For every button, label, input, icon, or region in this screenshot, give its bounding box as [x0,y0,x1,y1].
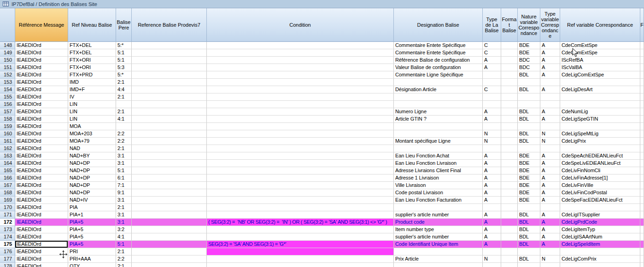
row-header-154[interactable]: 154 [0,86,15,93]
cell-ref_variable_correspondance[interactable]: CdeLivFinAdresse[1] [560,174,640,182]
row-header-171[interactable]: 171 [0,211,15,219]
cell-f[interactable] [640,211,644,219]
cell-ref_variable_correspondance[interactable] [560,145,640,152]
cell-balise_pere[interactable]: 6:1 [116,174,132,182]
cell-type_de_la_balise[interactable]: C [483,42,501,49]
cell-type_de_la_balise[interactable]: A [483,233,501,241]
row-header-164[interactable]: 164 [0,160,15,167]
row-header-178[interactable]: 178 [0,263,15,267]
cell-ref_balise_prodevis7[interactable] [132,64,207,71]
cell-ref_balise_prodevis7[interactable] [132,182,207,189]
cell-nature_variable_correspondance[interactable]: BDL [518,255,540,263]
cell-ref_variable_correspondance[interactable]: CdeSpeFacEDiEANLieuFct [560,197,640,204]
cell-ref_variable_correspondance[interactable] [560,79,640,86]
cell-format_balise[interactable] [501,79,518,86]
cell-type_de_la_balise[interactable]: A [483,64,501,71]
cell-ref_message[interactable]: IEAEDIOrd [15,57,68,64]
cell-ref_variable_correspondance[interactable]: CdeSpeLivEDiEANLieuFct [560,160,640,167]
cell-ref_message[interactable]: IEAEDIOrd [15,167,68,174]
row-header-149[interactable]: 149 [0,49,15,57]
row-header-150[interactable]: 150 [0,57,15,64]
cell-type_de_la_balise[interactable]: A [483,116,501,123]
cell-designation_balise[interactable]: Ean Lieu Fonction Facturation [394,197,483,204]
cell-nature_variable_correspondance[interactable] [518,101,540,108]
cell-type_variable_correspondance[interactable]: A [540,160,560,167]
column-header-ref_balise_prodevis7[interactable]: Reference Balise Prodevis7 [132,8,207,42]
cell-ref_message[interactable]: IEAEDIOrd [15,174,68,182]
cell-format_balise[interactable] [501,167,518,174]
cell-ref_balise_prodevis7[interactable] [132,167,207,174]
cell-balise_pere[interactable]: 2:1 [116,93,132,101]
cell-f[interactable] [640,64,644,71]
cell-balise_pere[interactable]: 2:1 [116,79,132,86]
cell-designation_balise[interactable]: supplier's article number [394,211,483,219]
cell-nature_variable_correspondance[interactable]: BDL [518,86,540,93]
cell-condition[interactable] [207,116,394,123]
cell-balise_pere[interactable]: 5:* [116,71,132,79]
cell-ref_balise_prodevis7[interactable] [132,123,207,130]
cell-f[interactable] [640,197,644,204]
cell-balise_pere[interactable]: 2:1 [116,145,132,152]
column-header-type_variable_correspondance[interactable]: Type variable Correspondance [540,8,560,42]
cell-ref_niveau_balise[interactable]: IMD+F [68,86,116,93]
row-header-163[interactable]: 163 [0,152,15,160]
cell-type_variable_correspondance[interactable]: A [540,116,560,123]
cell-nature_variable_correspondance[interactable]: BDL [518,71,540,79]
cell-f[interactable] [640,108,644,116]
cell-type_variable_correspondance[interactable]: A [540,71,560,79]
cell-type_variable_correspondance[interactable] [540,79,560,86]
cell-ref_message[interactable]: IEAEDIOrd [15,182,68,189]
cell-ref_niveau_balise[interactable]: MOA+79 [68,138,116,145]
cell-ref_balise_prodevis7[interactable] [132,248,207,255]
cell-balise_pere[interactable]: 5:1 [116,241,132,248]
cell-condition[interactable] [207,248,394,255]
cell-ref_variable_correspondance[interactable]: CdeLigISAArtNum [560,233,640,241]
cell-type_de_la_balise[interactable] [483,145,501,152]
cell-designation_balise[interactable]: Ean Lieu Fonction Livraison [394,160,483,167]
row-header-156[interactable]: 156 [0,101,15,108]
cell-ref_balise_prodevis7[interactable] [132,152,207,160]
cell-ref_variable_correspondance[interactable]: CdeComExtSpe [560,49,640,57]
cell-type_de_la_balise[interactable] [483,93,501,101]
cell-format_balise[interactable] [501,204,518,211]
cell-condition[interactable] [207,42,394,49]
cell-ref_balise_prodevis7[interactable] [132,79,207,86]
cell-ref_message[interactable]: IEAEDIOrd [15,108,68,116]
cell-designation_balise[interactable]: Valeur Balise de configuration [394,64,483,71]
cell-ref_niveau_balise[interactable]: NAD+DP [68,160,116,167]
cell-condition[interactable] [207,189,394,197]
cell-ref_variable_correspondance[interactable] [560,93,640,101]
cell-ref_balise_prodevis7[interactable] [132,241,207,248]
cell-balise_pere[interactable]: 7:1 [116,182,132,189]
cell-condition[interactable] [207,211,394,219]
cell-ref_variable_correspondance[interactable]: CdeLigDesArt [560,86,640,93]
cell-type_variable_correspondance[interactable]: A [540,49,560,57]
cell-format_balise[interactable] [501,189,518,197]
cell-ref_niveau_balise[interactable]: PIA+5 [68,226,116,233]
cell-type_variable_correspondance[interactable]: A [540,226,560,233]
row-header-153[interactable]: 153 [0,79,15,86]
cell-balise_pere[interactable]: 2:2 [116,130,132,138]
cell-type_variable_correspondance[interactable] [540,145,560,152]
cell-designation_balise[interactable]: Montant spécifique Ligne [394,138,483,145]
cell-f[interactable] [640,248,644,255]
cell-f[interactable] [640,116,644,123]
cell-nature_variable_correspondance[interactable]: BDE [518,160,540,167]
cell-format_balise[interactable] [501,42,518,49]
cell-nature_variable_correspondance[interactable] [518,248,540,255]
row-header-173[interactable]: 173 [0,226,15,233]
cell-f[interactable] [640,93,644,101]
cell-nature_variable_correspondance[interactable] [518,263,540,267]
cell-ref_message[interactable]: IEAEDIOrd [15,189,68,197]
cell-type_variable_correspondance[interactable] [540,101,560,108]
cell-type_de_la_balise[interactable]: A [483,152,501,160]
cell-ref_balise_prodevis7[interactable] [132,233,207,241]
cell-format_balise[interactable] [501,160,518,167]
cell-condition[interactable] [207,145,394,152]
cell-ref_niveau_balise[interactable]: PIA+5 [68,219,116,226]
row-header-168[interactable]: 168 [0,189,15,197]
cell-ref_niveau_balise[interactable]: QTY [68,263,116,267]
cell-ref_balise_prodevis7[interactable] [132,42,207,49]
cell-designation_balise[interactable]: Adresse 1 Livraison [394,174,483,182]
column-header-format_balise[interactable]: Format Balise [501,8,518,42]
